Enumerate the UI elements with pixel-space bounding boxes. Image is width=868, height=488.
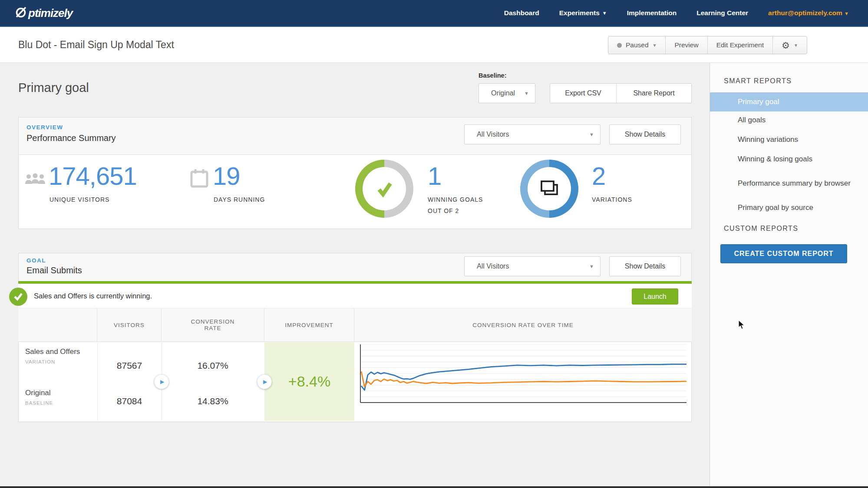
optimizely-o-icon	[14, 6, 27, 20]
optimizely-results-page: ptimizely Dashboard Experiments▼ Impleme…	[0, 0, 868, 488]
table-header-chart: CONVERSION RATE OVER TIME	[354, 308, 692, 342]
nav-experiments[interactable]: Experiments▼	[559, 9, 607, 17]
sidebar-item-primary-goal-by-source[interactable]: Primary goal by source	[710, 198, 868, 217]
days-running-value: 19	[213, 161, 240, 190]
experiment-actions: Paused ▼ Preview Edit Experiment ⚙ ▼	[608, 36, 807, 54]
baseline-tag: BASELINE	[25, 400, 82, 407]
unique-visitors-value: 174,651	[49, 161, 137, 190]
table-header-rate: CONVERSION RATE	[162, 308, 264, 342]
people-icon	[25, 173, 46, 188]
goal-title: Email Submits	[26, 265, 82, 275]
status-paused-button[interactable]: Paused ▼	[608, 36, 666, 54]
gear-icon: ⚙	[782, 41, 790, 50]
settings-button[interactable]: ⚙ ▼	[773, 36, 807, 54]
table-header-improvement: IMPROVEMENT	[264, 308, 354, 342]
overview-segment-select[interactable]: All Visitors▼	[464, 124, 601, 144]
expand-visitors-button[interactable]: ▶	[154, 374, 169, 389]
winning-banner: Sales and Offers is currently winning.	[18, 284, 692, 308]
nav-dashboard[interactable]: Dashboard	[504, 9, 539, 17]
sidebar-item-performance-by-browser[interactable]: Performance summary by browser	[710, 169, 853, 198]
experiment-header: Blu Dot - Email Sign Up Modal Text Pause…	[0, 27, 868, 63]
goal-show-details-button[interactable]: Show Details	[609, 256, 681, 276]
winning-message: Sales and Offers is currently winning.	[34, 292, 152, 300]
chevron-down-icon: ▼	[589, 132, 594, 137]
export-csv-button[interactable]: Export CSV	[550, 84, 617, 103]
days-running-label: DAYS RUNNING	[214, 196, 265, 203]
baseline-rate: 14.83%	[197, 396, 228, 406]
create-custom-report-button[interactable]: CREATE CUSTOM REPORT	[720, 244, 847, 263]
sidebar-item-primary-goal[interactable]: Primary goal	[710, 92, 868, 111]
baseline-select[interactable]: Original▼	[479, 83, 535, 103]
table-header-visitors: VISITORS	[97, 308, 162, 342]
calendar-icon	[190, 168, 208, 190]
winning-goals-value: 1	[428, 161, 441, 190]
optimizely-logo[interactable]: ptimizely	[14, 6, 73, 20]
chevron-down-icon: ▼	[844, 11, 849, 16]
nav-learning-center[interactable]: Learning Center	[696, 9, 748, 17]
chevron-down-icon: ▼	[589, 264, 594, 269]
sidebar-item-all-goals[interactable]: All goals	[710, 111, 868, 130]
column-divider	[97, 342, 98, 421]
chevron-down-icon: ▼	[602, 10, 607, 16]
baseline-visitors: 87084	[117, 396, 142, 406]
sidebar-item-winning-variations[interactable]: Winning variations	[710, 130, 868, 149]
edit-experiment-button[interactable]: Edit Experiment	[708, 36, 773, 54]
unique-visitors-label: UNIQUE VISITORS	[50, 196, 109, 203]
variation-tag: VARIATION	[25, 359, 82, 366]
conversion-rate-chart	[354, 342, 692, 405]
baseline-row-name: Original BASELINE	[25, 388, 82, 406]
play-icon: ▶	[160, 379, 164, 385]
table-header-name	[18, 308, 97, 342]
variation-row-name: Sales and Offers VARIATION	[25, 347, 82, 365]
account-menu[interactable]: arthur@optimizely.com ▼	[768, 9, 849, 17]
sidebar-item-winning-losing-goals[interactable]: Winning & losing goals	[710, 150, 868, 169]
paused-status-dot	[617, 43, 622, 48]
expand-rate-button[interactable]: ▶	[257, 374, 272, 389]
mouse-cursor	[738, 320, 747, 332]
experiment-title: Blu Dot - Email Sign Up Modal Text	[18, 39, 174, 51]
performance-summary-title: Performance Summary	[26, 133, 116, 143]
smart-reports-header: SMART REPORTS	[724, 77, 792, 85]
chevron-down-icon: ▼	[794, 43, 798, 48]
improvement-cell: +8.4%	[264, 342, 354, 421]
reports-sidebar: SMART REPORTS Primary goal All goals Win…	[710, 63, 868, 488]
variations-label: VARIATIONS	[592, 196, 632, 203]
winning-goals-donut	[355, 160, 413, 218]
launch-button[interactable]: Launch	[632, 288, 678, 305]
variations-donut	[520, 160, 578, 218]
brand-text: ptimizely	[28, 7, 73, 20]
check-icon	[355, 160, 413, 218]
play-icon: ▶	[263, 379, 267, 385]
share-report-button[interactable]: Share Report	[617, 84, 691, 103]
overview-show-details-button[interactable]: Show Details	[609, 124, 681, 144]
window-bottom-edge	[0, 486, 868, 488]
chevron-down-icon: ▼	[653, 43, 657, 48]
report-actions: Export CSV Share Report	[550, 83, 692, 103]
variation-rate: 16.07%	[197, 360, 228, 371]
top-nav: ptimizely Dashboard Experiments▼ Impleme…	[0, 0, 868, 27]
page-title: Primary goal	[18, 81, 89, 95]
nav-implementation[interactable]: Implementation	[627, 9, 677, 17]
baseline-label: Baseline:	[479, 72, 506, 79]
custom-reports-header: CUSTOM REPORTS	[724, 225, 799, 233]
goal-segment-select[interactable]: All Visitors▼	[464, 256, 601, 276]
winning-goals-sublabel: OUT OF 2	[428, 207, 459, 214]
winning-goals-label: WINNING GOALS	[428, 196, 483, 203]
pages-icon	[520, 160, 578, 218]
overview-kicker: OVERVIEW	[26, 124, 63, 131]
preview-button[interactable]: Preview	[666, 36, 707, 54]
variations-value: 2	[592, 161, 605, 190]
variation-visitors: 87567	[117, 360, 142, 371]
goal-kicker: GOAL	[26, 257, 46, 264]
winning-check-icon	[9, 288, 27, 306]
chevron-down-icon: ▼	[524, 91, 529, 96]
